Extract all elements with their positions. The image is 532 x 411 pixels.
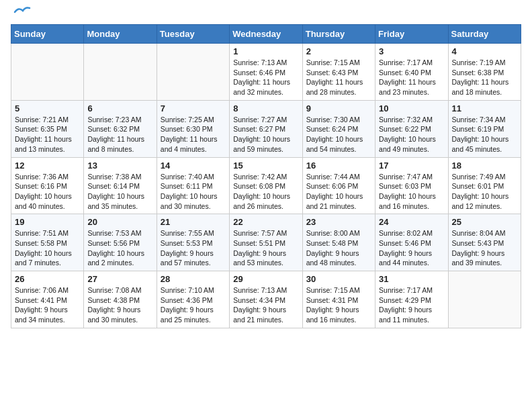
day-number: 26 [15, 274, 80, 284]
calendar-cell [84, 44, 157, 101]
day-number: 18 [452, 161, 517, 171]
day-number: 28 [161, 274, 226, 284]
calendar-cell: 16Sunrise: 7:44 AMSunset: 6:06 PMDayligh… [302, 157, 375, 214]
day-info: Sunrise: 7:06 AMSunset: 4:41 PMDaylight:… [15, 285, 80, 325]
calendar-cell: 12Sunrise: 7:36 AMSunset: 6:16 PMDayligh… [11, 157, 84, 214]
day-number: 17 [379, 161, 444, 171]
calendar-cell: 26Sunrise: 7:06 AMSunset: 4:41 PMDayligh… [11, 271, 84, 328]
day-number: 11 [452, 103, 517, 113]
day-number: 24 [379, 217, 444, 227]
header [11, 11, 521, 16]
calendar-table: SundayMondayTuesdayWednesdayThursdayFrid… [11, 24, 521, 328]
calendar-cell: 20Sunrise: 7:53 AMSunset: 5:56 PMDayligh… [84, 214, 157, 271]
calendar-week-3: 12Sunrise: 7:36 AMSunset: 6:16 PMDayligh… [11, 157, 521, 214]
calendar-cell: 23Sunrise: 8:00 AMSunset: 5:48 PMDayligh… [302, 214, 375, 271]
calendar-cell: 24Sunrise: 8:02 AMSunset: 5:46 PMDayligh… [375, 214, 448, 271]
calendar-cell [157, 44, 229, 101]
calendar-cell: 7Sunrise: 7:25 AMSunset: 6:30 PMDaylight… [157, 100, 229, 157]
day-info: Sunrise: 7:19 AMSunset: 6:38 PMDaylight:… [452, 58, 517, 97]
day-info: Sunrise: 7:15 AMSunset: 6:43 PMDaylight:… [306, 58, 371, 97]
day-number: 29 [233, 274, 298, 284]
day-number: 16 [306, 161, 371, 171]
calendar-cell: 1Sunrise: 7:13 AMSunset: 6:46 PMDaylight… [230, 44, 302, 101]
calendar-week-4: 19Sunrise: 7:51 AMSunset: 5:58 PMDayligh… [11, 214, 521, 271]
day-info: Sunrise: 7:27 AMSunset: 6:27 PMDaylight:… [233, 115, 298, 154]
calendar-cell: 30Sunrise: 7:15 AMSunset: 4:31 PMDayligh… [302, 271, 375, 328]
calendar-cell: 13Sunrise: 7:38 AMSunset: 6:14 PMDayligh… [84, 157, 157, 214]
calendar-cell: 28Sunrise: 7:10 AMSunset: 4:36 PMDayligh… [157, 271, 229, 328]
day-info: Sunrise: 7:34 AMSunset: 6:19 PMDaylight:… [452, 115, 517, 154]
day-number: 1 [233, 46, 298, 56]
day-number: 15 [233, 161, 298, 171]
day-number: 9 [306, 103, 371, 113]
day-number: 31 [379, 274, 444, 284]
day-info: Sunrise: 8:00 AMSunset: 5:48 PMDaylight:… [306, 228, 371, 268]
page: SundayMondayTuesdayWednesdayThursdayFrid… [0, 0, 532, 339]
day-number: 2 [306, 46, 371, 56]
calendar-cell: 14Sunrise: 7:40 AMSunset: 6:11 PMDayligh… [157, 157, 229, 214]
calendar-cell: 2Sunrise: 7:15 AMSunset: 6:43 PMDaylight… [302, 44, 375, 101]
day-number: 6 [87, 103, 152, 113]
day-info: Sunrise: 8:04 AMSunset: 5:43 PMDaylight:… [452, 228, 517, 268]
calendar-cell: 19Sunrise: 7:51 AMSunset: 5:58 PMDayligh… [11, 214, 84, 271]
calendar-week-1: 1Sunrise: 7:13 AMSunset: 6:46 PMDaylight… [11, 44, 521, 101]
calendar-cell: 11Sunrise: 7:34 AMSunset: 6:19 PMDayligh… [448, 100, 521, 157]
calendar-cell: 5Sunrise: 7:21 AMSunset: 6:35 PMDaylight… [11, 100, 84, 157]
calendar-cell: 15Sunrise: 7:42 AMSunset: 6:08 PMDayligh… [230, 157, 302, 214]
weekday-header-monday: Monday [84, 25, 157, 44]
day-info: Sunrise: 7:08 AMSunset: 4:38 PMDaylight:… [87, 285, 152, 325]
calendar-cell: 25Sunrise: 8:04 AMSunset: 5:43 PMDayligh… [448, 214, 521, 271]
calendar-cell: 27Sunrise: 7:08 AMSunset: 4:38 PMDayligh… [84, 271, 157, 328]
day-number: 13 [87, 161, 152, 171]
day-info: Sunrise: 7:38 AMSunset: 6:14 PMDaylight:… [87, 172, 152, 212]
day-info: Sunrise: 7:42 AMSunset: 6:08 PMDaylight:… [233, 172, 298, 212]
day-info: Sunrise: 7:53 AMSunset: 5:56 PMDaylight:… [87, 228, 152, 268]
day-info: Sunrise: 7:23 AMSunset: 6:32 PMDaylight:… [87, 115, 152, 154]
day-number: 3 [379, 46, 444, 56]
calendar-cell [11, 44, 84, 101]
calendar-cell: 31Sunrise: 7:17 AMSunset: 4:29 PMDayligh… [375, 271, 448, 328]
day-info: Sunrise: 7:57 AMSunset: 5:51 PMDaylight:… [233, 228, 298, 268]
day-number: 30 [306, 274, 371, 284]
day-info: Sunrise: 8:02 AMSunset: 5:46 PMDaylight:… [379, 228, 444, 268]
day-number: 4 [452, 46, 517, 56]
weekday-header-friday: Friday [375, 25, 448, 44]
calendar-week-5: 26Sunrise: 7:06 AMSunset: 4:41 PMDayligh… [11, 271, 521, 328]
logo [11, 11, 31, 16]
calendar-cell: 21Sunrise: 7:55 AMSunset: 5:53 PMDayligh… [157, 214, 229, 271]
weekday-header-sunday: Sunday [11, 25, 84, 44]
calendar-cell: 29Sunrise: 7:13 AMSunset: 4:34 PMDayligh… [230, 271, 302, 328]
day-number: 5 [15, 103, 80, 113]
day-number: 25 [452, 217, 517, 227]
day-number: 21 [161, 217, 226, 227]
day-info: Sunrise: 7:21 AMSunset: 6:35 PMDaylight:… [15, 115, 80, 154]
calendar-cell: 10Sunrise: 7:32 AMSunset: 6:22 PMDayligh… [375, 100, 448, 157]
weekday-header-saturday: Saturday [448, 25, 521, 44]
day-number: 27 [87, 274, 152, 284]
day-info: Sunrise: 7:25 AMSunset: 6:30 PMDaylight:… [161, 115, 226, 154]
day-info: Sunrise: 7:17 AMSunset: 6:40 PMDaylight:… [379, 58, 444, 97]
day-info: Sunrise: 7:10 AMSunset: 4:36 PMDaylight:… [161, 285, 226, 325]
calendar-cell: 9Sunrise: 7:30 AMSunset: 6:24 PMDaylight… [302, 100, 375, 157]
weekday-header-tuesday: Tuesday [157, 25, 229, 44]
day-number: 10 [379, 103, 444, 113]
day-info: Sunrise: 7:55 AMSunset: 5:53 PMDaylight:… [161, 228, 226, 268]
day-number: 20 [87, 217, 152, 227]
calendar-week-2: 5Sunrise: 7:21 AMSunset: 6:35 PMDaylight… [11, 100, 521, 157]
day-info: Sunrise: 7:51 AMSunset: 5:58 PMDaylight:… [15, 228, 80, 268]
calendar-header-row: SundayMondayTuesdayWednesdayThursdayFrid… [11, 25, 521, 44]
day-number: 14 [161, 161, 226, 171]
calendar-cell: 3Sunrise: 7:17 AMSunset: 6:40 PMDaylight… [375, 44, 448, 101]
day-info: Sunrise: 7:49 AMSunset: 6:01 PMDaylight:… [452, 172, 517, 212]
calendar-cell: 17Sunrise: 7:47 AMSunset: 6:03 PMDayligh… [375, 157, 448, 214]
day-info: Sunrise: 7:30 AMSunset: 6:24 PMDaylight:… [306, 115, 371, 154]
day-info: Sunrise: 7:13 AMSunset: 4:34 PMDaylight:… [233, 285, 298, 325]
calendar-cell: 22Sunrise: 7:57 AMSunset: 5:51 PMDayligh… [230, 214, 302, 271]
day-number: 12 [15, 161, 80, 171]
day-number: 19 [15, 217, 80, 227]
day-number: 8 [233, 103, 298, 113]
day-info: Sunrise: 7:15 AMSunset: 4:31 PMDaylight:… [306, 285, 371, 325]
day-info: Sunrise: 7:32 AMSunset: 6:22 PMDaylight:… [379, 115, 444, 154]
logo-bird-icon [13, 5, 31, 19]
weekday-header-thursday: Thursday [302, 25, 375, 44]
